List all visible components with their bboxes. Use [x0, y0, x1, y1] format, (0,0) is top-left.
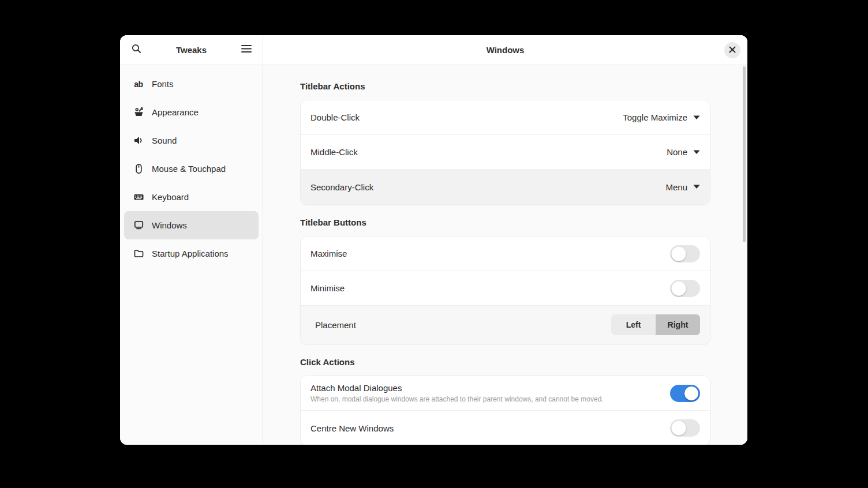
- sidebar-item-label: Fonts: [152, 79, 174, 89]
- keyboard-icon: [133, 192, 144, 203]
- minimise-toggle[interactable]: [670, 280, 700, 297]
- sidebar-item-label: Sound: [152, 136, 177, 145]
- placement-left-button[interactable]: Left: [611, 314, 656, 335]
- sidebar-header: Tweaks: [120, 35, 263, 65]
- maximise-row: Maximise: [301, 237, 710, 271]
- main-panel: Windows Titlebar Actions Double-Click To…: [263, 35, 747, 445]
- middle-click-row[interactable]: Middle-Click None: [301, 135, 710, 170]
- sidebar-item-keyboard[interactable]: Keyboard: [124, 183, 259, 211]
- toggle-knob: [671, 246, 686, 261]
- sidebar-list: ab Fonts Appearance Sound Mouse & Touch: [120, 65, 263, 272]
- centre-new-windows-row: Centre New Windows: [301, 411, 710, 445]
- sidebar-item-windows[interactable]: Windows: [124, 211, 259, 239]
- mouse-icon: [133, 163, 144, 175]
- toggle-knob: [671, 421, 686, 436]
- dropdown-value: None: [667, 147, 687, 157]
- fonts-icon: ab: [133, 78, 144, 90]
- menu-button[interactable]: [237, 41, 256, 59]
- placement-right-button[interactable]: Right: [656, 314, 700, 335]
- row-label: Middle-Click: [310, 147, 358, 157]
- sidebar-item-fonts[interactable]: ab Fonts: [124, 70, 259, 98]
- minimise-row: Minimise: [301, 271, 710, 306]
- click-actions-card: Attach Modal Dialogues When on, modal di…: [300, 376, 710, 445]
- centre-new-windows-toggle[interactable]: [670, 419, 700, 437]
- section-titlebar-actions: Titlebar Actions Double-Click Toggle Max…: [300, 81, 710, 205]
- scrollbar-thumb[interactable]: [743, 66, 746, 242]
- dropdown-value: Toggle Maximize: [623, 112, 687, 122]
- tweaks-window: Tweaks ab Fonts Appearance: [120, 35, 747, 445]
- page-title: Windows: [487, 45, 525, 55]
- dropdown-value: Menu: [665, 182, 687, 192]
- search-button[interactable]: [127, 41, 145, 59]
- maximise-toggle[interactable]: [670, 245, 700, 262]
- row-label: Secondary-Click: [310, 182, 373, 192]
- sidebar-item-label: Startup Applications: [152, 249, 229, 258]
- section-titlebar-buttons: Titlebar Buttons Maximise Minimise Place…: [300, 217, 710, 344]
- section-title: Titlebar Buttons: [300, 217, 710, 227]
- header-bar: Windows: [263, 35, 747, 65]
- titlebar-actions-card: Double-Click Toggle Maximize Middle-Clic…: [300, 100, 710, 205]
- sidebar-item-sound[interactable]: Sound: [124, 126, 259, 155]
- sidebar-item-label: Appearance: [152, 107, 199, 117]
- close-button[interactable]: [724, 42, 740, 58]
- double-click-row[interactable]: Double-Click Toggle Maximize: [301, 100, 710, 135]
- settings-content: Titlebar Actions Double-Click Toggle Max…: [263, 65, 747, 445]
- row-label: Centre New Windows: [310, 423, 394, 433]
- sidebar-item-label: Mouse & Touchpad: [152, 164, 226, 174]
- section-click-actions: Click Actions Attach Modal Dialogues Whe…: [300, 357, 710, 445]
- sidebar-item-startup-applications[interactable]: Startup Applications: [124, 239, 259, 268]
- row-subtitle: When on, modal dialogue windows are atta…: [310, 395, 604, 403]
- secondary-click-row[interactable]: Secondary-Click Menu: [301, 170, 710, 204]
- row-text: Attach Modal Dialogues When on, modal di…: [310, 377, 604, 410]
- toggle-knob: [671, 281, 686, 296]
- titlebar-buttons-card: Maximise Minimise Placement Left: [300, 236, 710, 344]
- sidebar-item-mouse-touchpad[interactable]: Mouse & Touchpad: [124, 155, 259, 183]
- windows-icon: [133, 220, 144, 231]
- sidebar-item-label: Windows: [152, 220, 187, 230]
- chevron-down-icon: [693, 115, 700, 120]
- sound-icon: [133, 135, 144, 147]
- row-label: Placement: [315, 320, 356, 330]
- sidebar: Tweaks ab Fonts Appearance: [120, 35, 263, 445]
- sidebar-item-label: Keyboard: [152, 192, 189, 202]
- placement-segmented-control: Left Right: [611, 314, 700, 335]
- section-title: Click Actions: [300, 357, 710, 367]
- app-title: Tweaks: [176, 45, 207, 55]
- row-label: Maximise: [310, 249, 347, 258]
- chevron-down-icon: [693, 150, 700, 155]
- row-label: Minimise: [310, 283, 345, 293]
- startup-folder-icon: [133, 248, 144, 260]
- appearance-icon: [133, 107, 144, 118]
- search-icon: [131, 43, 142, 57]
- chevron-down-icon: [693, 185, 700, 189]
- row-label: Double-Click: [310, 112, 360, 122]
- hamburger-menu-icon: [241, 44, 252, 55]
- close-icon: [729, 45, 736, 55]
- attach-modal-dialogues-toggle[interactable]: [670, 385, 700, 402]
- attach-modal-dialogues-row: Attach Modal Dialogues When on, modal di…: [301, 376, 710, 411]
- sidebar-item-appearance[interactable]: Appearance: [124, 98, 259, 126]
- row-label: Attach Modal Dialogues: [310, 383, 604, 393]
- toggle-knob: [684, 386, 699, 401]
- placement-row: Placement Left Right: [301, 306, 710, 344]
- section-title: Titlebar Actions: [300, 81, 710, 91]
